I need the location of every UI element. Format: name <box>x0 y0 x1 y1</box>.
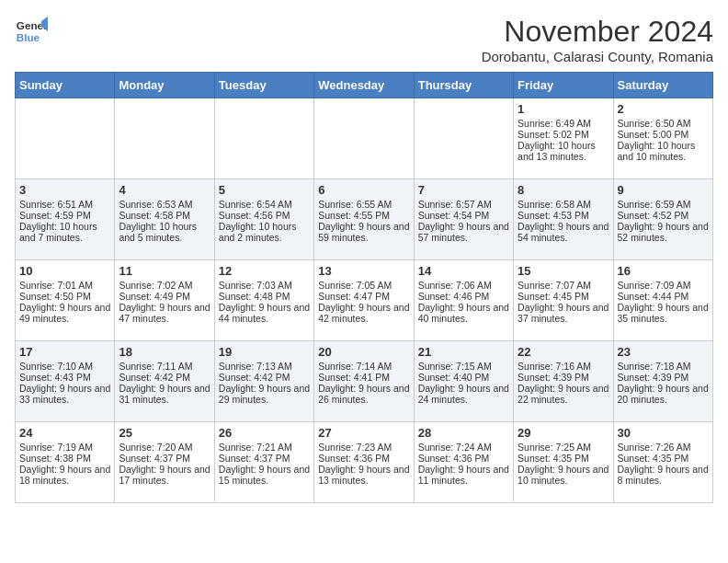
day-number: 23 <box>618 345 709 359</box>
day-info: Sunset: 4:35 PM <box>618 453 709 464</box>
day-info: Sunrise: 7:11 AM <box>119 361 210 372</box>
calendar-week-1: 1Sunrise: 6:49 AMSunset: 5:02 PMDaylight… <box>16 98 713 179</box>
day-info: Sunrise: 6:49 AM <box>518 118 609 129</box>
calendar-cell: 10Sunrise: 7:01 AMSunset: 4:50 PMDayligh… <box>16 260 115 341</box>
day-number: 27 <box>318 426 409 440</box>
calendar-cell: 16Sunrise: 7:09 AMSunset: 4:44 PMDayligh… <box>613 260 712 341</box>
calendar-cell: 28Sunrise: 7:24 AMSunset: 4:36 PMDayligh… <box>414 422 513 503</box>
day-info: Sunset: 4:52 PM <box>618 210 709 221</box>
day-number: 6 <box>318 183 409 197</box>
calendar-cell: 13Sunrise: 7:05 AMSunset: 4:47 PMDayligh… <box>314 260 414 341</box>
day-info: Sunrise: 7:02 AM <box>119 280 210 291</box>
calendar-cell <box>16 98 115 179</box>
day-info: Daylight: 9 hours and 26 minutes. <box>318 383 409 405</box>
day-info: Sunset: 4:35 PM <box>518 453 609 464</box>
day-info: Daylight: 9 hours and 40 minutes. <box>418 302 509 324</box>
day-info: Sunset: 4:36 PM <box>318 453 409 464</box>
day-number: 9 <box>618 183 709 197</box>
day-info: Sunrise: 6:58 AM <box>518 199 609 210</box>
day-info: Sunrise: 7:14 AM <box>318 361 409 372</box>
day-info: Sunrise: 6:53 AM <box>119 199 210 210</box>
calendar-cell: 17Sunrise: 7:10 AMSunset: 4:43 PMDayligh… <box>16 341 115 422</box>
day-info: Sunrise: 7:10 AM <box>19 361 110 372</box>
day-info: Sunset: 4:47 PM <box>318 291 409 302</box>
day-info: Sunset: 4:36 PM <box>418 453 509 464</box>
calendar-cell: 11Sunrise: 7:02 AMSunset: 4:49 PMDayligh… <box>115 260 214 341</box>
day-number: 17 <box>19 345 110 359</box>
day-info: Sunset: 4:39 PM <box>618 372 709 383</box>
day-number: 28 <box>418 426 509 440</box>
day-number: 11 <box>119 264 210 278</box>
day-info: Sunset: 4:44 PM <box>618 291 709 302</box>
day-number: 12 <box>219 264 310 278</box>
calendar-cell: 6Sunrise: 6:55 AMSunset: 4:55 PMDaylight… <box>314 179 414 260</box>
day-info: Daylight: 9 hours and 59 minutes. <box>318 221 409 243</box>
day-info: Daylight: 10 hours and 10 minutes. <box>618 140 709 162</box>
day-info: Daylight: 9 hours and 52 minutes. <box>618 221 709 243</box>
day-info: Sunrise: 7:15 AM <box>418 361 509 372</box>
day-info: Daylight: 10 hours and 2 minutes. <box>219 221 310 243</box>
calendar-cell: 14Sunrise: 7:06 AMSunset: 4:46 PMDayligh… <box>414 260 513 341</box>
day-info: Daylight: 9 hours and 47 minutes. <box>119 302 210 324</box>
header-sunday: Sunday <box>16 73 115 98</box>
day-info: Sunrise: 6:54 AM <box>219 199 310 210</box>
calendar-cell: 15Sunrise: 7:07 AMSunset: 4:45 PMDayligh… <box>514 260 613 341</box>
calendar-week-3: 10Sunrise: 7:01 AMSunset: 4:50 PMDayligh… <box>16 260 713 341</box>
day-info: Daylight: 9 hours and 15 minutes. <box>219 464 310 486</box>
day-info: Sunset: 4:38 PM <box>19 453 110 464</box>
day-info: Daylight: 9 hours and 37 minutes. <box>518 302 609 324</box>
day-info: Sunrise: 6:57 AM <box>418 199 509 210</box>
page-header: General Blue November 2024 Dorobantu, Ca… <box>15 15 713 64</box>
day-number: 3 <box>19 183 110 197</box>
calendar-cell: 23Sunrise: 7:18 AMSunset: 4:39 PMDayligh… <box>613 341 712 422</box>
day-info: Daylight: 9 hours and 10 minutes. <box>518 464 609 486</box>
day-info: Daylight: 9 hours and 24 minutes. <box>418 383 509 405</box>
calendar-cell: 12Sunrise: 7:03 AMSunset: 4:48 PMDayligh… <box>214 260 313 341</box>
day-info: Sunrise: 7:09 AM <box>618 280 709 291</box>
day-info: Daylight: 9 hours and 31 minutes. <box>119 383 210 405</box>
day-info: Sunset: 4:53 PM <box>518 210 609 221</box>
day-info: Sunrise: 7:16 AM <box>518 361 609 372</box>
logo-icon: General Blue <box>15 15 48 48</box>
calendar-cell <box>414 98 513 179</box>
day-info: Sunset: 4:37 PM <box>219 453 310 464</box>
day-number: 22 <box>518 345 609 359</box>
day-info: Sunrise: 7:05 AM <box>318 280 409 291</box>
day-number: 25 <box>119 426 210 440</box>
calendar-cell: 21Sunrise: 7:15 AMSunset: 4:40 PMDayligh… <box>414 341 513 422</box>
calendar-cell: 24Sunrise: 7:19 AMSunset: 4:38 PMDayligh… <box>16 422 115 503</box>
location-title: Dorobantu, Calarasi County, Romania <box>482 49 713 64</box>
day-info: Sunrise: 7:20 AM <box>119 442 210 453</box>
header-friday: Friday <box>514 73 613 98</box>
calendar-week-2: 3Sunrise: 6:51 AMSunset: 4:59 PMDaylight… <box>16 179 713 260</box>
day-number: 30 <box>618 426 709 440</box>
day-info: Daylight: 9 hours and 33 minutes. <box>19 383 110 405</box>
calendar-cell: 9Sunrise: 6:59 AMSunset: 4:52 PMDaylight… <box>613 179 712 260</box>
day-info: Sunrise: 7:18 AM <box>618 361 709 372</box>
day-number: 20 <box>318 345 409 359</box>
calendar-week-4: 17Sunrise: 7:10 AMSunset: 4:43 PMDayligh… <box>16 341 713 422</box>
header-tuesday: Tuesday <box>214 73 313 98</box>
day-info: Sunrise: 7:13 AM <box>219 361 310 372</box>
day-info: Sunrise: 7:07 AM <box>518 280 609 291</box>
day-info: Sunset: 4:40 PM <box>418 372 509 383</box>
day-number: 5 <box>219 183 310 197</box>
calendar-cell: 19Sunrise: 7:13 AMSunset: 4:42 PMDayligh… <box>214 341 313 422</box>
day-number: 16 <box>618 264 709 278</box>
calendar-cell: 4Sunrise: 6:53 AMSunset: 4:58 PMDaylight… <box>115 179 214 260</box>
day-info: Sunset: 4:45 PM <box>518 291 609 302</box>
day-info: Daylight: 10 hours and 5 minutes. <box>119 221 210 243</box>
day-info: Sunset: 4:48 PM <box>219 291 310 302</box>
calendar-cell: 22Sunrise: 7:16 AMSunset: 4:39 PMDayligh… <box>514 341 613 422</box>
day-number: 2 <box>618 102 709 116</box>
day-info: Sunrise: 6:50 AM <box>618 118 709 129</box>
day-info: Daylight: 9 hours and 18 minutes. <box>19 464 110 486</box>
day-info: Daylight: 9 hours and 8 minutes. <box>618 464 709 486</box>
day-info: Daylight: 9 hours and 11 minutes. <box>418 464 509 486</box>
day-number: 8 <box>518 183 609 197</box>
day-info: Daylight: 9 hours and 29 minutes. <box>219 383 310 405</box>
day-info: Sunrise: 7:06 AM <box>418 280 509 291</box>
header-monday: Monday <box>115 73 214 98</box>
day-info: Daylight: 9 hours and 42 minutes. <box>318 302 409 324</box>
header-saturday: Saturday <box>613 73 712 98</box>
